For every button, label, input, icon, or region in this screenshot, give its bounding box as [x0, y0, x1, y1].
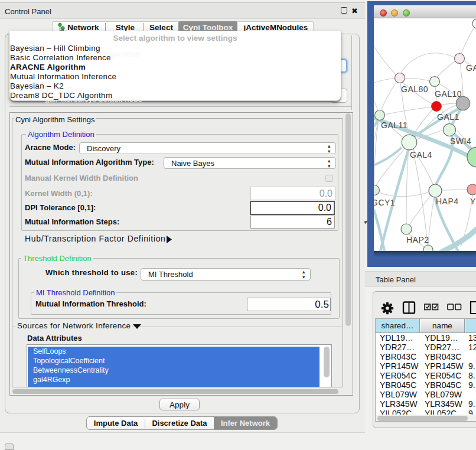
svg-text:HAP4: HAP4: [436, 197, 459, 206]
svg-text:GAL10: GAL10: [435, 89, 462, 99]
svg-text:HAP2: HAP2: [406, 235, 429, 244]
svg-text:Y: Y: [470, 197, 476, 206]
svg-text:GAL4: GAL4: [410, 150, 432, 159]
svg-text:GAL11: GAL11: [381, 120, 407, 130]
svg-text:GAL2: GAL2: [466, 63, 476, 73]
svg-text:GCY1: GCY1: [374, 198, 395, 207]
svg-text:GAL1: GAL1: [437, 112, 459, 122]
svg-text:GAL80: GAL80: [401, 84, 428, 94]
svg-text:SWI4: SWI4: [450, 136, 471, 146]
